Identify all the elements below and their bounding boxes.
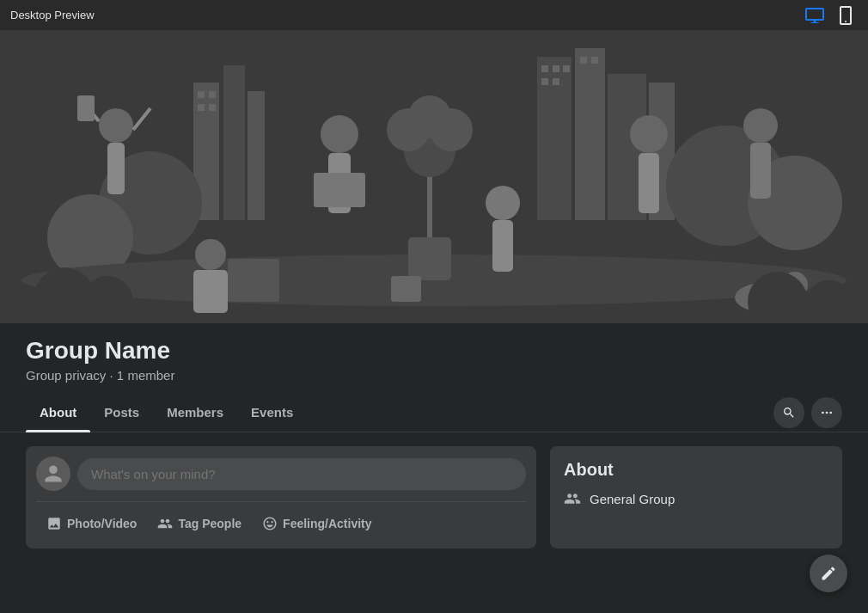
desktop-device-icon[interactable] — [803, 5, 827, 26]
svg-rect-17 — [580, 57, 587, 64]
more-button[interactable] — [811, 397, 842, 428]
svg-rect-40 — [492, 220, 513, 272]
svg-point-55 — [822, 411, 824, 414]
user-avatar — [36, 457, 70, 491]
post-composer — [36, 457, 526, 491]
search-button[interactable] — [773, 397, 804, 428]
svg-rect-14 — [563, 65, 570, 72]
svg-rect-33 — [408, 237, 451, 280]
edit-fab[interactable] — [810, 555, 847, 592]
svg-rect-46 — [750, 143, 771, 199]
tab-about[interactable]: About — [26, 393, 90, 432]
group-name: Group Name — [26, 337, 842, 365]
mobile-device-icon[interactable] — [834, 5, 858, 26]
title-bar-title: Desktop Preview — [10, 9, 95, 21]
edit-icon — [820, 565, 837, 582]
svg-rect-10 — [198, 104, 205, 111]
nav-tabs: About Posts Members Events — [0, 393, 868, 432]
content-area: Photo/Video Tag People Feeling/Activity — [0, 432, 868, 562]
svg-rect-9 — [209, 91, 216, 98]
svg-rect-12 — [541, 65, 548, 72]
group-info: Group Name Group privacy · 1 member — [0, 323, 868, 383]
cover-photo — [0, 31, 868, 323]
title-bar: Desktop Preview — [0, 0, 868, 31]
svg-point-41 — [630, 115, 668, 153]
svg-point-57 — [829, 411, 832, 414]
svg-point-45 — [743, 108, 778, 143]
composer-actions: Photo/Video Tag People Feeling/Activity — [36, 501, 526, 538]
svg-rect-26 — [107, 143, 125, 194]
group-type-icon — [564, 490, 581, 507]
tab-posts[interactable]: Posts — [90, 393, 153, 432]
svg-rect-15 — [541, 78, 548, 85]
svg-rect-8 — [198, 91, 205, 98]
svg-rect-2 — [223, 65, 245, 220]
svg-rect-50 — [391, 276, 421, 302]
svg-rect-42 — [639, 153, 659, 213]
cover-illustration — [0, 31, 868, 323]
title-bar-icons — [803, 5, 858, 26]
nav-actions — [773, 397, 842, 428]
svg-rect-32 — [314, 173, 365, 207]
svg-rect-5 — [575, 48, 605, 220]
svg-point-30 — [321, 115, 358, 153]
svg-rect-11 — [209, 104, 216, 111]
svg-rect-3 — [248, 91, 265, 220]
svg-rect-49 — [228, 259, 279, 302]
tab-events[interactable]: Events — [237, 393, 307, 432]
tab-members[interactable]: Members — [153, 393, 237, 432]
svg-rect-16 — [553, 78, 559, 85]
about-panel: About General Group — [550, 446, 842, 549]
svg-rect-18 — [591, 57, 598, 64]
main-content: Group Name Group privacy · 1 member Abou… — [0, 31, 868, 613]
svg-point-38 — [408, 95, 451, 138]
svg-rect-48 — [193, 270, 228, 313]
svg-point-25 — [99, 108, 133, 143]
svg-rect-28 — [77, 95, 95, 121]
group-meta: Group privacy · 1 member — [26, 368, 842, 383]
about-group-type: General Group — [564, 490, 828, 507]
post-input[interactable] — [77, 458, 526, 490]
svg-point-56 — [826, 411, 828, 414]
tag-people-action[interactable]: Tag People — [147, 509, 252, 538]
svg-rect-13 — [553, 65, 559, 72]
svg-point-47 — [195, 239, 226, 270]
post-composer-panel: Photo/Video Tag People Feeling/Activity — [26, 446, 536, 549]
group-type-text: General Group — [590, 492, 675, 506]
photo-video-action[interactable]: Photo/Video — [36, 509, 147, 538]
about-heading: About — [564, 460, 828, 480]
svg-point-39 — [486, 186, 520, 220]
feeling-activity-action[interactable]: Feeling/Activity — [252, 509, 382, 538]
